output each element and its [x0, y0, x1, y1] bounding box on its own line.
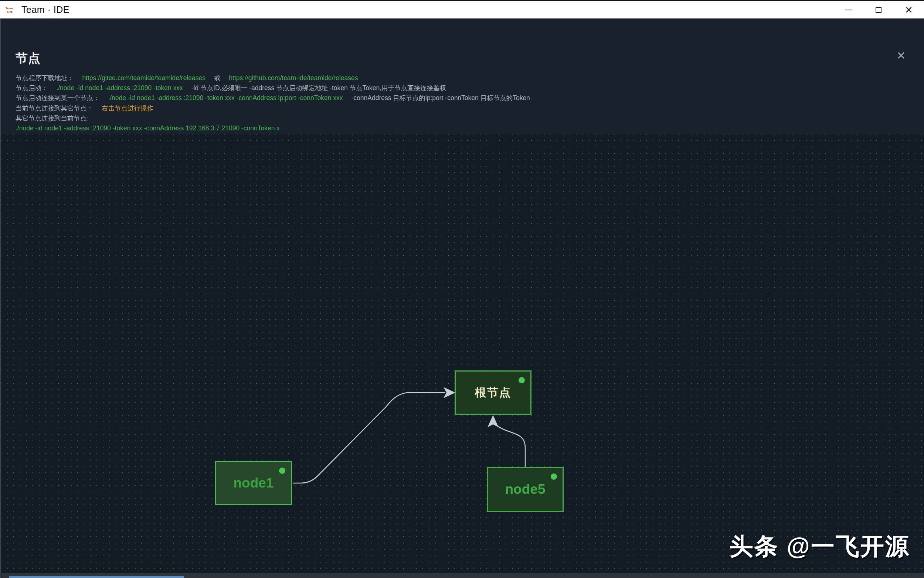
minimize-icon: [845, 10, 852, 10]
close-icon: ✕: [905, 5, 913, 15]
instruction-line: 节点启动： ./node -id node1 -address :21090 -…: [16, 83, 902, 93]
instruction-line: 节点启动连接到某一个节点： ./node -id node1 -address …: [16, 93, 902, 103]
minimize-button[interactable]: [833, 1, 864, 18]
background-window-sliver: [9, 576, 184, 578]
gitee-release-link[interactable]: https://gitee.com/teamide/teamide/releas…: [82, 74, 205, 82]
close-window-button[interactable]: ✕: [894, 1, 924, 18]
instruction-line: 节点程序下载地址： https://gitee.com/teamide/team…: [16, 73, 902, 83]
start-label: 节点启动：: [16, 84, 48, 92]
node-node5[interactable]: node5: [487, 467, 564, 512]
panel-close-button[interactable]: ✕: [894, 48, 908, 63]
connect-command-note: -connAddress 目标节点的ip:port -connToken 目标节…: [351, 94, 530, 102]
instruction-line: 当前节点连接到其它节点： 右击节点进行操作: [16, 104, 902, 114]
titlebar[interactable]: Team · IDE Team · IDE ✕: [0, 0, 924, 18]
connect-command: ./node -id node1 -address :21090 -token …: [108, 94, 343, 102]
start-command: ./node -id node1 -address :21090 -token …: [56, 84, 182, 92]
app-logo-icon: Team · IDE: [5, 4, 18, 16]
instruction-line: ./node -id node1 -address :21090 -token …: [16, 123, 902, 133]
window-controls: ✕: [833, 1, 924, 18]
example-command: ./node -id node1 -address :21090 -token …: [16, 125, 280, 132]
right-click-hint[interactable]: 右击节点进行操作: [102, 104, 153, 112]
page-title: 节点: [16, 50, 41, 67]
download-label: 节点程序下载地址：: [16, 74, 74, 82]
node-node1-label: node1: [234, 475, 274, 491]
app-body: 节点 ✕ 节点程序下载地址： https://gitee.com/teamide…: [0, 18, 924, 578]
node-root-status-dot: [519, 377, 525, 383]
start-command-note: -id 节点ID,必须唯一 -address 节点启动绑定地址 -token 节…: [192, 84, 446, 92]
node-root-label: 根节点: [475, 385, 511, 400]
window-title: Team · IDE: [21, 5, 70, 15]
or-label: 或: [214, 74, 221, 82]
node-node5-label: node5: [505, 482, 545, 497]
current-to-other-label: 当前节点连接到其它节点：: [16, 104, 93, 112]
node-node5-status-dot: [551, 474, 557, 480]
panel-close-icon: ✕: [896, 49, 906, 62]
node-node1-status-dot: [279, 468, 285, 474]
maximize-icon: [875, 7, 882, 13]
node-node1[interactable]: node1: [215, 461, 292, 505]
node-root[interactable]: 根节点: [455, 370, 532, 415]
instructions: 节点程序下载地址： https://gitee.com/teamide/team…: [16, 73, 902, 133]
app-window: Team · IDE Team · IDE ✕ 节点 ✕ 节点程序下载地址： h…: [0, 0, 924, 578]
node-graph-canvas[interactable]: [1, 134, 924, 578]
maximize-button[interactable]: [864, 1, 894, 18]
other-to-current-label: 其它节点连接到当前节点:: [16, 115, 88, 122]
connect-label: 节点启动连接到某一个节点：: [16, 94, 100, 102]
app-logo-line1: Team: [5, 6, 18, 10]
app-logo-line2: · IDE: [5, 10, 18, 14]
instruction-line: 其它节点连接到当前节点:: [16, 114, 902, 123]
github-release-link[interactable]: https://github.com/team-ide/teamide/rele…: [229, 74, 358, 82]
